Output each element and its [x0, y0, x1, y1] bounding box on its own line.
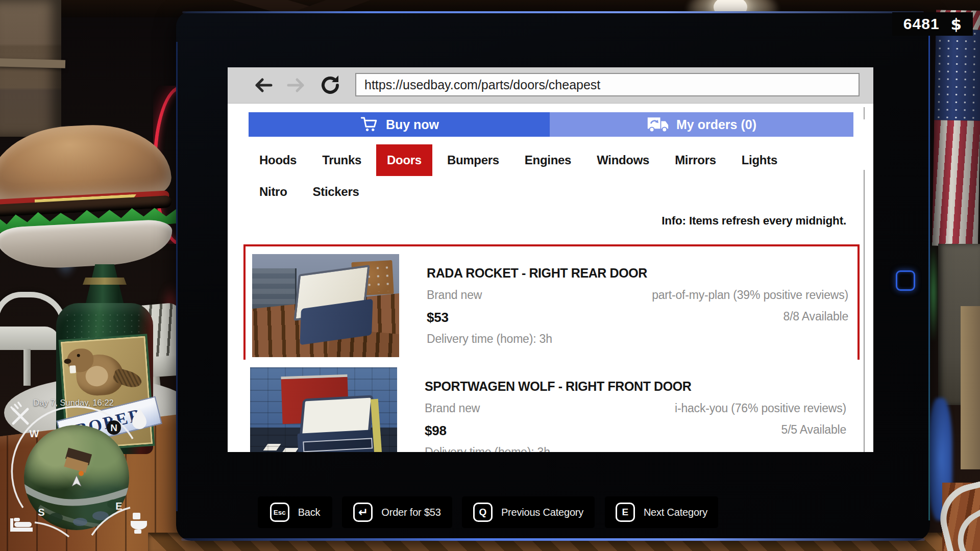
game-screen: BOBER 6481 $ Day 7, Sunday, 16:22 — [0, 0, 980, 551]
item-delivery: Delivery time (home): 3h — [427, 332, 552, 346]
scrollbar-track[interactable] — [864, 170, 865, 452]
item-thumbnail — [250, 367, 397, 452]
keyhint-previous-label: Previous Category — [501, 507, 583, 518]
item-seller: part-of-my-plan (39% positive reviews) — [652, 288, 848, 302]
category-row-1: Hoods Trunks Doors Bumpers Engines Windo… — [249, 144, 853, 176]
e-key-icon: E — [616, 503, 635, 522]
category-tab-windows[interactable]: Windows — [586, 144, 660, 176]
tab-buy-now-label: Buy now — [386, 117, 439, 132]
item-price: $53 — [427, 310, 449, 325]
green-neon-glow — [929, 244, 937, 341]
category-tab-stickers[interactable]: Stickers — [302, 179, 370, 208]
scrollbar-thumb[interactable] — [864, 107, 865, 119]
enter-key-icon: ↵ — [353, 503, 373, 522]
category-tab-hoods[interactable]: Hoods — [249, 144, 307, 176]
minimap-compass: N W S E — [0, 388, 153, 546]
info-banner: Info: Items refresh every midnight. — [662, 214, 846, 228]
minimap: Day 7, Sunday, 16:22 — [0, 388, 158, 551]
bottle-band — [83, 278, 127, 285]
wooden-post — [961, 306, 980, 469]
category-tab-nitro[interactable]: Nitro — [249, 179, 298, 208]
cart-icon — [359, 115, 379, 134]
refresh-button[interactable] — [318, 74, 342, 96]
browser-screen: https://usedbay.com/parts/doors/cheapest… — [228, 67, 873, 452]
category-tab-lights[interactable]: Lights — [731, 144, 788, 176]
category-tab-trunks[interactable]: Trunks — [311, 144, 372, 176]
currency-symbol: $ — [951, 15, 962, 33]
category-tab-bumpers[interactable]: Bumpers — [436, 144, 510, 176]
burger-bun-bottom — [0, 219, 174, 271]
burger — [0, 121, 180, 284]
compass-west: W — [30, 428, 39, 439]
shop-nav-tabs: Buy now My orders (0) — [249, 112, 853, 137]
forward-button[interactable] — [285, 74, 308, 96]
category-tab-mirrors[interactable]: Mirrors — [664, 144, 727, 176]
money-counter: 6481 $ — [892, 12, 973, 36]
category-tab-engines[interactable]: Engines — [514, 144, 582, 176]
item-availability: 8/8 Available — [783, 310, 848, 325]
truck-icon — [647, 115, 669, 134]
keyhint-back[interactable]: Esc Back — [258, 496, 332, 528]
plastic-chair-left-leg — [23, 349, 31, 386]
browser-toolbar: https://usedbay.com/parts/doors/cheapest — [228, 67, 873, 104]
item-title: SPORTWAGEN WOLF - RIGHT FRONT DOOR — [425, 379, 691, 394]
water-icon — [132, 408, 146, 429]
keyhint-back-label: Back — [298, 507, 321, 518]
esc-key-icon: Esc — [270, 503, 289, 522]
keyhint-previous-category[interactable]: Q Previous Category — [462, 496, 595, 528]
keyhint-order-label: Order for $53 — [381, 507, 440, 518]
item-delivery: Delivery time (home): 3h — [425, 445, 550, 452]
tablet-rim — [176, 42, 178, 511]
tablet-rim — [182, 11, 924, 13]
american-flag — [932, 10, 980, 246]
category-row-2: Nitro Stickers — [249, 179, 853, 208]
item-seller: i-hack-you (76% positive reviews) — [675, 402, 846, 415]
tablet-rim — [181, 538, 925, 541]
stone-pillar — [0, 0, 61, 137]
food-icon — [11, 403, 28, 423]
keyhint-next-label: Next Category — [644, 507, 707, 518]
back-icon — [253, 76, 273, 94]
money-amount: 6481 — [903, 15, 940, 33]
refresh-icon — [319, 74, 341, 96]
tablet: https://usedbay.com/parts/doors/cheapest… — [176, 11, 930, 541]
bed-icon — [10, 518, 33, 532]
category-tab-doors[interactable]: Doors — [376, 144, 432, 176]
item-condition: Brand new — [427, 288, 482, 302]
bottle-neck — [85, 264, 125, 307]
toilet-icon — [131, 513, 147, 534]
q-key-icon: Q — [473, 503, 493, 522]
item-condition: Brand new — [425, 402, 480, 415]
tab-buy-now[interactable]: Buy now — [249, 112, 550, 137]
tab-my-orders-label: My orders (0) — [676, 117, 756, 132]
tab-my-orders[interactable]: My orders (0) — [550, 112, 853, 137]
forward-icon — [286, 76, 307, 94]
tablet-rim — [928, 32, 930, 520]
keyhint-next-category[interactable]: E Next Category — [605, 496, 718, 528]
item-thumbnail — [252, 254, 399, 357]
stone-pillar-cap — [0, 58, 65, 68]
item-availability: 5/5 Available — [781, 423, 846, 439]
url-bar[interactable]: https://usedbay.com/parts/doors/cheapest — [355, 73, 860, 96]
tablet-home-button[interactable] — [896, 270, 915, 291]
item-listing-sportwagen-wolf[interactable]: SPORTWAGEN WOLF - RIGHT FRONT DOOR Brand… — [243, 360, 860, 452]
compass-south: S — [38, 507, 44, 518]
item-title: RADA ROCKET - RIGHT REAR DOOR — [427, 266, 647, 281]
compass-north: N — [110, 422, 117, 433]
back-button[interactable] — [251, 74, 275, 96]
item-price: $98 — [425, 423, 447, 439]
keyhint-order[interactable]: ↵ Order for $53 — [342, 496, 452, 528]
plastic-chair-left-seat — [0, 327, 59, 350]
item-listing-rada-rocket[interactable]: RADA ROCKET - RIGHT REAR DOOR Brand new … — [243, 244, 860, 362]
compass-east: E — [115, 500, 122, 512]
